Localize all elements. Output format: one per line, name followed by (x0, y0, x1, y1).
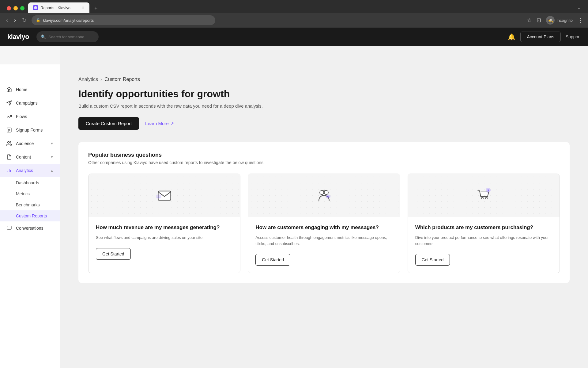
top-nav-right: 🔔 Account Plans Support (508, 32, 581, 42)
browser-tab[interactable]: Reports | Klaviyo ✕ (28, 2, 89, 13)
sidebar: Home Campaigns Flows Signup Forms Audien… (0, 64, 60, 368)
card-engagement-illustration (248, 174, 400, 217)
address-text: klaviyo.com/analytics/reports (43, 18, 211, 23)
card-products-get-started-button[interactable]: Get Started (415, 254, 450, 266)
new-tab-button[interactable]: + (92, 5, 100, 12)
incognito-icon: 🕵 (546, 16, 555, 25)
create-custom-report-button[interactable]: Create Custom Report (78, 117, 139, 130)
card-revenue-get-started-button[interactable]: Get Started (96, 248, 131, 260)
section-subtitle: Other companies using Klaviyo have used … (88, 160, 560, 165)
search-input[interactable] (48, 35, 94, 39)
sidebar-audience-label: Audience (16, 141, 34, 146)
card-products-illustration: $ (408, 174, 560, 217)
menu-icon[interactable]: ⋮ (578, 17, 583, 24)
home-icon (6, 86, 12, 93)
sidebar-sub-item-metrics[interactable]: Metrics (0, 188, 60, 199)
sidebar-flows-label: Flows (16, 114, 27, 119)
action-row: Create Custom Report Learn More ↗ (78, 117, 570, 130)
forward-button[interactable]: › (13, 16, 17, 25)
sidebar-sub-item-custom-reports[interactable]: Custom Reports (0, 210, 60, 221)
sidebar-item-analytics[interactable]: Analytics ▲ (0, 164, 60, 177)
sidebar-item-audience[interactable]: Audience ▼ (0, 137, 60, 150)
refresh-button[interactable]: ↻ (21, 16, 28, 25)
address-bar[interactable]: 🔒 klaviyo.com/analytics/reports (32, 15, 215, 25)
sidebar-sub-item-dashboards[interactable]: Dashboards (0, 177, 60, 188)
tab-favicon (33, 5, 38, 10)
card-revenue-body: How much revenue are my messages generat… (89, 217, 240, 267)
sidebar-campaigns-label: Campaigns (16, 101, 38, 105)
browser-chrome: Reports | Klaviyo ✕ + ⌄ ‹ › ↻ 🔒 klaviyo.… (0, 0, 588, 28)
external-link-icon: ↗ (171, 121, 174, 126)
sidebar-item-flows[interactable]: Flows (0, 110, 60, 123)
metrics-label: Metrics (16, 191, 30, 196)
tab-expand-button[interactable]: ⌄ (574, 5, 585, 10)
card-products-body: Which products are my customers purchasi… (408, 217, 560, 273)
breadcrumb-separator: › (100, 77, 102, 82)
sidebar-content-label: Content (16, 155, 31, 159)
sidebar-home-label: Home (16, 87, 27, 92)
card-products-title: Which products are my customers purchasi… (415, 224, 552, 231)
card-products-desc: Dive into your product performance to se… (415, 235, 552, 247)
browser-toolbar: ‹ › ↻ 🔒 klaviyo.com/analytics/reports ☆ … (0, 13, 588, 28)
custom-reports-label: Custom Reports (16, 213, 47, 218)
card-engagement-body: How are customers engaging with my messa… (248, 217, 400, 273)
cards-grid: How much revenue are my messages generat… (88, 174, 560, 273)
top-nav: klaviyo 🔍 🔔 Account Plans Support (0, 28, 588, 46)
incognito-badge: 🕵 Incognito (546, 16, 573, 25)
analytics-expand-icon: ▲ (50, 169, 54, 172)
audience-expand-icon: ▼ (50, 142, 54, 145)
sidebar-item-content[interactable]: Content ▼ (0, 150, 60, 164)
flows-icon (6, 113, 12, 120)
card-revenue-desc: See what flows and campaigns are driving… (96, 235, 233, 241)
card-revenue: How much revenue are my messages generat… (88, 174, 240, 273)
sidebar-item-campaigns[interactable]: Campaigns (0, 96, 60, 110)
tab-close-button[interactable]: ✕ (81, 6, 85, 10)
dashboards-label: Dashboards (16, 180, 39, 185)
traffic-lights (3, 6, 28, 10)
breadcrumb-analytics-link[interactable]: Analytics (78, 77, 98, 82)
learn-more-link[interactable]: Learn More ↗ (145, 121, 174, 126)
support-button[interactable]: Support (566, 34, 581, 39)
content-expand-icon: ▼ (50, 155, 54, 159)
browser-toolbar-actions: ☆ ⊡ 🕵 Incognito ⋮ (527, 16, 583, 25)
account-plans-button[interactable]: Account Plans (520, 32, 561, 42)
sidebar-item-signup-forms[interactable]: Signup Forms (0, 123, 60, 137)
card-revenue-title: How much revenue are my messages generat… (96, 224, 233, 231)
notification-bell-icon[interactable]: 🔔 (508, 33, 515, 40)
logo: klaviyo (7, 33, 29, 41)
sidebar-signup-forms-label: Signup Forms (16, 128, 43, 132)
card-engagement: How are customers engaging with my messa… (248, 174, 400, 273)
card-engagement-desc: Assess customer health through engagemen… (255, 235, 392, 247)
logo-text: klaviyo (7, 33, 29, 40)
signup-forms-icon (6, 127, 12, 133)
page-subtitle: Build a custom CSV report in seconds wit… (78, 103, 570, 109)
search-bar[interactable]: 🔍 (36, 31, 99, 42)
cards-section: Popular business questions Other compani… (78, 142, 570, 283)
lock-icon: 🔒 (36, 18, 40, 22)
breadcrumb: Analytics › Custom Reports (78, 77, 570, 82)
sidebar-item-conversations[interactable]: Conversations (0, 221, 60, 235)
tab-title: Reports | Klaviyo (40, 6, 79, 10)
card-engagement-get-started-button[interactable]: Get Started (255, 254, 290, 266)
page-title: Identify opportunities for growth (78, 88, 570, 100)
conversations-icon (6, 225, 12, 231)
svg-point-5 (8, 141, 9, 143)
sidebar-conversations-label: Conversations (16, 226, 43, 231)
close-window-button[interactable] (7, 6, 11, 10)
breadcrumb-current: Custom Reports (104, 77, 140, 82)
bookmark-icon[interactable]: ☆ (527, 17, 532, 24)
svg-point-0 (34, 6, 37, 9)
card-revenue-illustration (89, 174, 240, 217)
incognito-label: Incognito (556, 18, 573, 23)
content-icon (6, 154, 12, 160)
section-title: Popular business questions (88, 152, 560, 158)
profile-icon[interactable]: ⊡ (537, 17, 541, 24)
sidebar-item-home[interactable]: Home (0, 83, 60, 96)
back-button[interactable]: ‹ (5, 16, 9, 25)
maximize-window-button[interactable] (20, 6, 24, 10)
card-products: $ Which products are my customers purcha… (408, 174, 560, 273)
minimize-window-button[interactable] (13, 6, 18, 10)
sidebar-sub-item-benchmarks[interactable]: Benchmarks (0, 199, 60, 210)
learn-more-label: Learn More (145, 121, 169, 126)
analytics-icon (6, 167, 12, 174)
